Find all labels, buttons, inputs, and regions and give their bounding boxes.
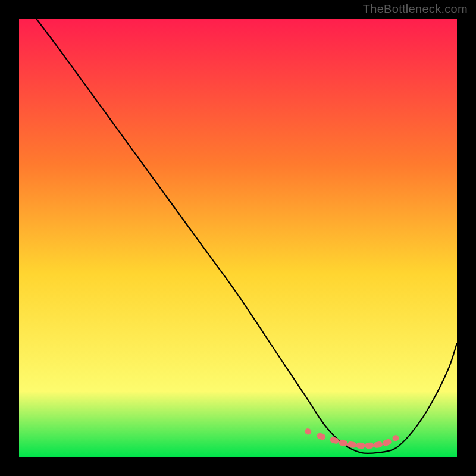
chart-svg (19, 19, 457, 457)
marker-dash (365, 442, 374, 449)
plot-area (19, 19, 457, 457)
marker-dash (356, 442, 365, 449)
chart-container: TheBottleneck.com (0, 0, 476, 476)
watermark-label: TheBottleneck.com (363, 2, 468, 16)
